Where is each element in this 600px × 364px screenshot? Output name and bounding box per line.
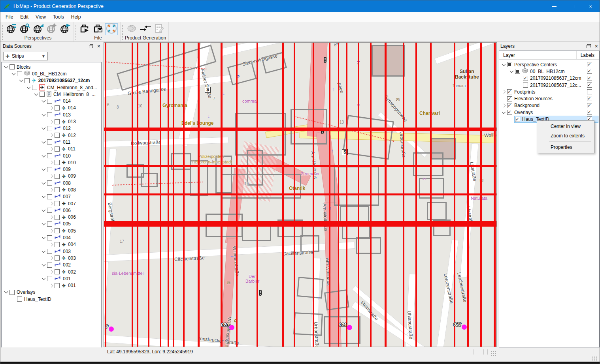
expander-icon[interactable]	[42, 276, 46, 280]
labels-checkbox[interactable]	[587, 83, 592, 88]
expander-icon[interactable]	[34, 92, 38, 96]
expander-icon[interactable]	[49, 283, 53, 287]
tree-checkbox[interactable]	[55, 201, 60, 206]
toolbar-drag-handle[interactable]	[122, 24, 124, 40]
labels-checkbox[interactable]	[587, 69, 592, 74]
tree-checkbox[interactable]	[40, 92, 45, 97]
tree-checkbox[interactable]	[47, 112, 52, 117]
close-button[interactable]: ×	[581, 0, 600, 12]
labels-checkbox[interactable]	[587, 76, 592, 81]
expander-icon[interactable]	[42, 153, 46, 157]
tree-item-cm-heilbronn-8-and-[interactable]: ✈CM_Heilbronn_8_and...	[2, 84, 101, 91]
tree-item-003[interactable]: ✈003	[2, 255, 101, 261]
tree-item-009[interactable]: ✈009	[2, 173, 101, 180]
globe-delta-button[interactable]	[32, 23, 44, 35]
tree-item-001[interactable]: 001	[2, 275, 101, 282]
tree-checkbox[interactable]	[55, 105, 60, 111]
tree-checkbox[interactable]	[47, 276, 52, 281]
layer-visibility-checkbox[interactable]	[515, 69, 520, 74]
toolbar-drag-handle[interactable]	[2, 24, 4, 40]
tree-item-014[interactable]: 014	[2, 98, 101, 104]
expander-icon[interactable]	[42, 180, 46, 184]
expander-icon[interactable]	[49, 229, 53, 233]
tree-item-00-bl-hb12cm[interactable]: 00_BL_HB12cm	[2, 70, 101, 77]
expander-icon[interactable]	[49, 242, 53, 246]
expander-icon[interactable]	[49, 174, 53, 178]
tree-item-008[interactable]: ✈008	[2, 186, 101, 193]
tree-checkbox[interactable]	[55, 255, 60, 261]
perspective-center-marker[interactable]: 020	[221, 322, 234, 328]
layer-visibility-checkbox[interactable]	[523, 76, 528, 81]
minimize-button[interactable]	[545, 0, 563, 12]
menu-item-file[interactable]: File	[2, 13, 17, 21]
close-panel-icon[interactable]: ×	[595, 44, 598, 48]
layer-visibility-checkbox[interactable]	[507, 103, 512, 108]
tree-checkbox[interactable]	[55, 146, 60, 152]
tree-item-006[interactable]: ✈006	[2, 214, 101, 221]
expander-icon[interactable]	[42, 139, 46, 143]
expander-icon[interactable]	[49, 256, 53, 260]
tree-item-overlays[interactable]: Overlays	[2, 289, 101, 296]
map-viewport[interactable]: Fleiner StraßeSiebeneichgasseAlleeAlleeS…	[104, 42, 497, 347]
size-grip[interactable]	[491, 351, 496, 356]
labels-checkbox[interactable]	[587, 110, 592, 115]
tree-checkbox[interactable]	[55, 133, 60, 138]
labels-checkbox[interactable]	[587, 62, 592, 67]
tree-checkbox[interactable]	[55, 187, 60, 192]
menu-item-view[interactable]: View	[32, 13, 49, 21]
expander-icon[interactable]	[49, 202, 53, 206]
tree-checkbox[interactable]	[55, 228, 60, 233]
tree-item-002[interactable]: ✈002	[2, 268, 101, 275]
tree-checkbox[interactable]	[47, 194, 52, 199]
tree-checkbox[interactable]	[55, 283, 60, 288]
perspective-center-marker[interactable]: 022	[453, 322, 467, 327]
window-resize-grip[interactable]	[592, 356, 597, 361]
tree-item-004[interactable]: 004	[2, 234, 101, 241]
tree-item-012[interactable]: 012	[2, 125, 101, 132]
project-save-button[interactable]	[92, 23, 104, 35]
layer-row-overlays[interactable]: Overlays	[499, 109, 599, 116]
project-run-button[interactable]	[78, 23, 91, 35]
context-menu-item-center-in-view[interactable]: Center in view	[537, 122, 594, 131]
layer-visibility-checkbox[interactable]	[507, 89, 512, 94]
tree-item-20170921085637-12cm[interactable]: ✈20170921085637_12cm	[2, 77, 101, 84]
maximize-button[interactable]	[563, 0, 581, 12]
tree-checkbox[interactable]	[47, 208, 52, 213]
tree-checkbox[interactable]	[25, 78, 30, 83]
expander-icon[interactable]	[4, 290, 8, 294]
expander-icon[interactable]	[49, 106, 53, 110]
layer-visibility-checkbox[interactable]	[507, 96, 512, 101]
expander-icon[interactable]	[42, 235, 46, 239]
tree-checkbox[interactable]	[55, 119, 60, 124]
tree-item-003[interactable]: 003	[2, 248, 101, 255]
tree-item-011[interactable]: 011	[2, 139, 101, 145]
tree-item-008[interactable]: 008	[2, 180, 101, 186]
labels-column-header[interactable]: Labels	[576, 51, 595, 59]
expander-icon[interactable]	[49, 147, 53, 151]
layer-row-elevation-sources[interactable]: Elevation Sources	[499, 95, 599, 102]
tree-checkbox[interactable]	[9, 290, 15, 295]
tree-item-010[interactable]: ✈010	[2, 159, 101, 166]
layer-row-20170921085637-12c-[interactable]: 20170921085637_12c...	[499, 82, 599, 88]
expander-icon[interactable]	[12, 71, 16, 75]
labels-checkbox[interactable]	[587, 103, 592, 108]
tree-checkbox[interactable]	[47, 99, 52, 104]
tree-checkbox[interactable]	[17, 71, 22, 76]
layer-column-header[interactable]: Layer	[503, 53, 515, 58]
tree-item-004[interactable]: ✈004	[2, 241, 101, 248]
tree-checkbox[interactable]	[47, 235, 52, 240]
tree-checkbox[interactable]	[55, 242, 60, 247]
expander-icon[interactable]	[49, 270, 53, 274]
tree-item-haus-textid[interactable]: Haus_TextID	[2, 296, 101, 302]
menu-item-tools[interactable]: Tools	[49, 13, 68, 21]
layer-row-background[interactable]: Background	[499, 102, 599, 109]
globe-search-button[interactable]	[18, 23, 31, 35]
tree-checkbox[interactable]	[47, 139, 52, 144]
expander-icon[interactable]	[19, 78, 23, 82]
layer-row-perspective-centers[interactable]: Perspective Centers	[499, 61, 599, 68]
tree-checkbox[interactable]	[32, 85, 37, 90]
context-menu-item-properties[interactable]: Properties	[537, 143, 594, 152]
tree-item-009[interactable]: 009	[2, 166, 101, 173]
layer-row-00-bl-hb12cm[interactable]: 00_BL_HB12cm	[499, 68, 599, 75]
globe-play-button[interactable]	[58, 23, 71, 35]
